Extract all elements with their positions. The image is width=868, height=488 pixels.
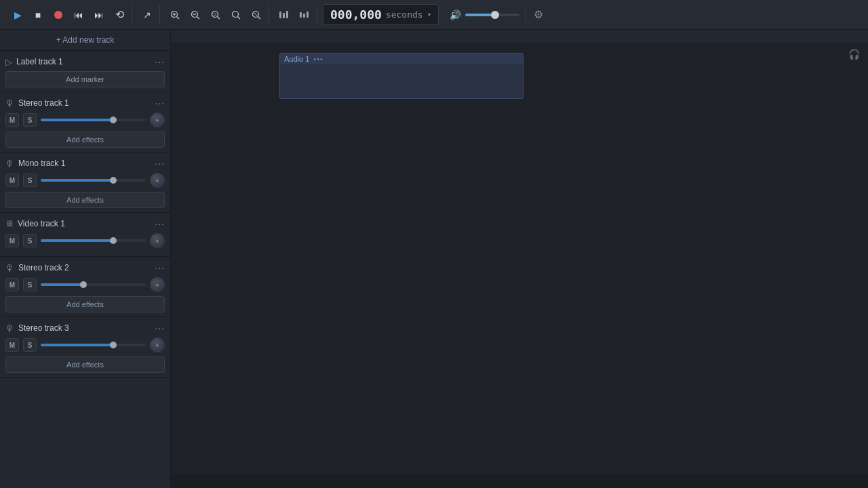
stereo-track-1-name: Stereo track 1 [18,98,152,108]
svg-point-10 [233,11,239,17]
mono-track-1-solo[interactable]: S [23,174,37,187]
time-value: 000,000 [330,7,382,22]
video-track-1-mute[interactable]: M [5,234,19,247]
select-tool-button[interactable]: ↗ [138,5,157,24]
stereo-track-3-solo[interactable]: S [23,338,37,352]
settings-icon: ⚙ [534,8,543,21]
mono-track-1-name: Mono track 1 [18,159,152,168]
svg-rect-19 [303,14,305,18]
time-dropdown-icon: ▾ [427,10,432,19]
zoom-in-button[interactable] [165,5,184,24]
audio-clip[interactable]: Audio 1 ••• [279,53,524,99]
mono-track-1-menu[interactable]: ··· [155,158,165,169]
stereo-track-2-icon: 🎙 [5,263,14,273]
video-track-1-icon: 🖥 [5,219,14,228]
skip-forward-icon: ⏭ [94,9,104,20]
zoom-selection-button[interactable] [226,5,245,24]
zoom-out-button[interactable] [186,5,205,24]
mono-track-1-controls: M S ● [5,173,165,188]
stereo-track-3-name: Stereo track 3 [18,323,152,333]
select-tool-icon: ↗ [143,9,151,20]
mono-track-1-fader[interactable] [41,179,146,182]
mix-down-icon [279,10,290,20]
stereo-track-1-gain[interactable]: ● [150,113,165,127]
transport-group: ▶ ■ ⏮ ⏭ ⟲ [5,5,132,24]
zoom-fit-icon: ⊡ [211,10,220,20]
record-button[interactable] [49,5,68,24]
stereo-track-2-solo[interactable]: S [23,278,37,291]
svg-line-13 [258,16,261,19]
mix-tracks-button[interactable] [295,5,314,24]
stereo-track-3-menu[interactable]: ··· [155,323,165,333]
stereo-track-2-effects[interactable]: Add effects [5,296,165,312]
stereo-track-1-fader[interactable] [41,119,146,121]
tracks-panel: + Add new track ▷ Label track 1 ··· Add … [0,30,171,488]
video-track-1-gain[interactable]: ● [150,233,165,248]
skip-forward-button[interactable]: ⏭ [90,5,108,24]
stereo-track-1-header: 🎙 Stereo track 1 ··· [5,98,165,108]
mix-down-button[interactable] [275,5,294,24]
video-track-1-fader[interactable] [41,239,146,242]
settings-button[interactable]: ⚙ [528,5,549,25]
stop-button[interactable]: ■ [28,5,47,24]
headphone-button[interactable]: 🎧 [848,49,860,60]
volume-group: 🔊 [444,9,526,20]
stereo-track-2-mute[interactable]: M [5,278,19,291]
label-track-1-menu[interactable]: ··· [155,56,165,67]
stereo-track-2-controls: M S ● [5,277,165,292]
stereo-track-2-fader[interactable] [41,283,146,286]
stereo-track-2-gain[interactable]: ● [150,277,165,292]
audio-clip-menu-dots[interactable]: ••• [313,55,323,63]
zoom-selection-icon [231,10,241,20]
stereo-track-2-menu[interactable]: ··· [155,262,165,273]
video-track-1-menu[interactable]: ··· [155,218,165,229]
zoom-out-icon [191,10,200,20]
stereo-track-1-effects[interactable]: Add effects [5,131,165,148]
mono-track-1-mute[interactable]: M [5,174,19,187]
zoom-reset-button[interactable] [247,5,266,24]
zoom-fit-button[interactable]: ⊡ [206,5,225,24]
stereo-track-1-solo[interactable]: S [23,113,37,127]
stereo-track-1-icon: 🎙 [5,98,14,108]
svg-rect-18 [300,12,302,18]
svg-rect-16 [283,13,285,18]
add-track-button[interactable]: + Add new track [0,30,170,51]
stop-icon: ■ [35,9,41,20]
audio-clip-label: Audio 1 [284,55,309,63]
mono-track-1-gain[interactable]: ● [150,173,165,188]
loop-button[interactable]: ⟲ [110,5,129,24]
stereo-track-3-gain[interactable]: ● [150,338,165,352]
svg-line-8 [218,16,220,19]
stereo-track-3-fader[interactable] [41,344,146,346]
volume-icon: 🔊 [450,9,461,20]
play-icon: ▶ [14,9,22,20]
stereo-track-1-menu[interactable]: ··· [155,98,165,108]
loop-icon: ⟲ [115,8,124,21]
mono-track-1: 🎙 Mono track 1 ··· M S ● Add effects [0,152,170,213]
stereo-track-3-header: 🎙 Stereo track 3 ··· [5,323,165,333]
stereo-track-3-effects[interactable]: Add effects [5,357,165,373]
zoom-in-icon [170,10,180,20]
toolbar: ▶ ■ ⏮ ⏭ ⟲ ↗ ⊡ [0,0,868,30]
mono-track-1-effects[interactable]: Add effects [5,192,165,208]
svg-line-14 [254,13,257,16]
svg-line-1 [177,16,180,19]
stereo-track-1-mute[interactable]: M [5,113,19,127]
volume-slider[interactable] [465,14,519,16]
stereo-track-1: 🎙 Stereo track 1 ··· M S ● Add effects [0,92,170,152]
play-button[interactable]: ▶ [8,5,27,24]
stereo-track-3: 🎙 Stereo track 3 ··· M S ● Add effects [0,317,170,378]
skip-back-button[interactable]: ⏮ [69,5,88,24]
add-marker-button[interactable]: Add marker [5,71,165,87]
timeline-content[interactable]: Audio 1 ••• 🎧 [171,43,868,474]
stereo-track-3-mute[interactable]: M [5,338,19,352]
time-display[interactable]: 000,000 seconds ▾ [323,4,439,25]
video-track-1-controls: M S ● [5,233,165,248]
svg-rect-20 [307,12,309,18]
label-track-1-header: ▷ Label track 1 ··· [5,56,165,67]
zoom-reset-icon [252,10,261,20]
headphone-icon: 🎧 [848,49,860,60]
mono-track-1-header: 🎙 Mono track 1 ··· [5,158,165,169]
video-track-1-solo[interactable]: S [23,234,37,247]
mono-track-1-icon: 🎙 [5,159,14,169]
